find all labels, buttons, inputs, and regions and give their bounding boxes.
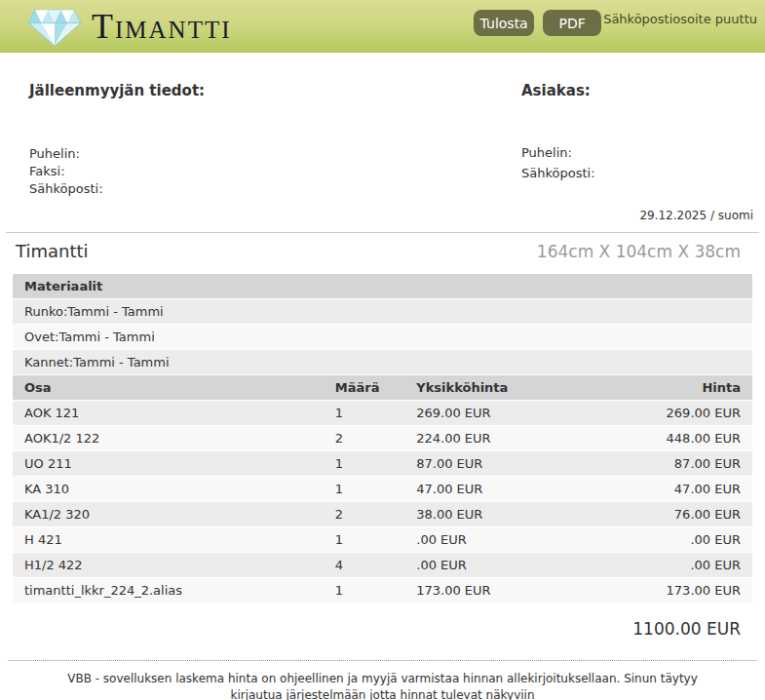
header-actions: Tulosta PDF Sähköpostiosoite puuttu [474, 10, 757, 36]
print-button[interactable]: Tulosta [474, 10, 534, 36]
table-row: AOK 121 1 269.00 EUR 269.00 EUR [13, 401, 752, 426]
unit-price-cell: 224.00 EUR [404, 426, 604, 450]
unit-price-cell: 269.00 EUR [404, 401, 604, 425]
materials-heading: Materiaalit [13, 274, 752, 299]
brand-title: TIMANTTI [92, 6, 232, 47]
customer-phone-label: Puhelin: [521, 142, 595, 163]
qty-cell: 1 [324, 451, 404, 476]
unit-price-cell: 173.00 EUR [404, 578, 604, 603]
parts-header-row: Osa Määrä Yksikköhinta Hinta [13, 375, 752, 401]
table-row: AOK1/2 122 2 224.00 EUR 448.00 EUR [13, 426, 752, 451]
table-row: KA 310 1 47.00 EUR 47.00 EUR [13, 477, 752, 502]
col-header-part: Osa [13, 375, 324, 400]
info-section: Jälleenmyyjän tiedot: Asiakas: Puhelin: … [0, 53, 765, 209]
dealer-phone-label: Puhelin: [29, 145, 103, 163]
part-cell: KA 310 [13, 477, 324, 501]
product-name: Timantti [16, 241, 89, 261]
col-header-price: Hinta [604, 375, 752, 400]
dealer-fax-label: Faksi: [29, 163, 103, 180]
product-row: Timantti 164cm X 104cm X 38cm [16, 241, 741, 266]
part-cell: H 421 [13, 527, 324, 552]
total-price: 1100.00 EUR [0, 619, 765, 639]
brand: TIMANTTI [27, 5, 232, 48]
qty-cell: 1 [324, 578, 404, 603]
price-cell: 173.00 EUR [604, 578, 752, 603]
qty-cell: 1 [324, 477, 404, 501]
dealer-fields: Puhelin: Faksi: Sähköposti: [29, 145, 103, 198]
dealer-heading: Jälleenmyyjän tiedot: [29, 82, 205, 99]
price-cell: 87.00 EUR [604, 451, 752, 476]
qty-cell: 1 [324, 527, 404, 552]
table-row: UO 211 1 87.00 EUR 87.00 EUR [13, 451, 752, 477]
part-cell: H1/2 422 [13, 553, 324, 577]
part-cell: UO 211 [13, 451, 324, 476]
material-row-ovet: Ovet:Tammi - Tammi [13, 325, 752, 350]
footer-divider [8, 660, 757, 661]
quote-table: Materiaalit Runko:Tammi - Tammi Ovet:Tam… [13, 274, 752, 603]
price-cell: 76.00 EUR [604, 502, 752, 526]
table-row: timantti_lkkr_224_2.alias 1 173.00 EUR 1… [13, 578, 752, 603]
col-header-unit-price: Yksikköhinta [404, 375, 604, 400]
diamond-logo-icon [27, 7, 82, 48]
header-bar: TIMANTTI Tulosta PDF Sähköpostiosoite pu… [0, 0, 765, 53]
dealer-email-label: Sähköposti: [29, 180, 103, 198]
qty-cell: 4 [324, 553, 404, 577]
table-row: H1/2 422 4 .00 EUR .00 EUR [13, 553, 752, 578]
part-cell: AOK 121 [13, 401, 324, 425]
material-row-runko: Runko:Tammi - Tammi [13, 299, 752, 325]
customer-email-label: Sähköposti: [521, 163, 595, 183]
email-missing-warning: Sähköpostiosoite puuttu [603, 12, 757, 26]
unit-price-cell: .00 EUR [404, 527, 604, 552]
col-header-qty: Määrä [324, 375, 404, 400]
price-cell: .00 EUR [604, 527, 752, 552]
disclaimer-text: VBB - sovelluksen laskema hinta on ohjee… [42, 671, 724, 700]
qty-cell: 1 [324, 401, 404, 425]
part-cell: AOK1/2 122 [13, 426, 324, 450]
customer-heading: Asiakas: [521, 82, 591, 99]
pdf-button[interactable]: PDF [543, 10, 601, 36]
unit-price-cell: .00 EUR [404, 553, 604, 577]
qty-cell: 2 [324, 502, 404, 526]
brand-first-letter: T [92, 7, 115, 46]
unit-price-cell: 47.00 EUR [404, 477, 604, 501]
qty-cell: 2 [324, 426, 404, 450]
table-row: H 421 1 .00 EUR .00 EUR [13, 527, 752, 553]
customer-fields: Puhelin: Sähköposti: [521, 142, 595, 183]
date-locale: 29.12.2025 / suomi [0, 209, 765, 226]
part-cell: KA1/2 320 [13, 502, 324, 526]
material-row-kannet: Kannet:Tammi - Tammi [13, 350, 752, 375]
brand-rest: IMANTTI [115, 17, 232, 43]
price-cell: 269.00 EUR [604, 401, 752, 425]
part-cell: timantti_lkkr_224_2.alias [13, 578, 324, 603]
price-cell: 448.00 EUR [604, 426, 752, 450]
table-row: KA1/2 320 2 38.00 EUR 76.00 EUR [13, 502, 752, 527]
unit-price-cell: 87.00 EUR [404, 451, 604, 476]
product-dimensions: 164cm X 104cm X 38cm [537, 242, 741, 261]
price-cell: .00 EUR [604, 553, 752, 577]
unit-price-cell: 38.00 EUR [404, 502, 604, 526]
price-cell: 47.00 EUR [604, 477, 752, 501]
section-divider [6, 232, 759, 233]
